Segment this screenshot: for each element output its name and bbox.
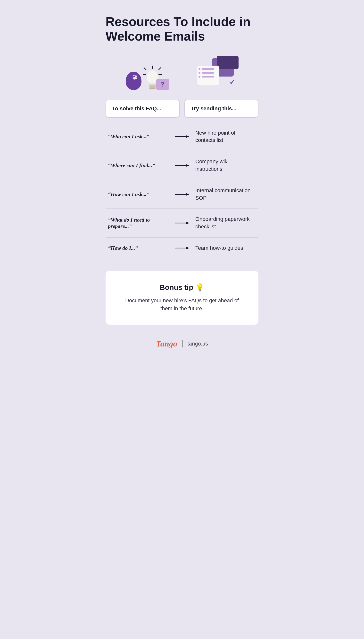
- arrow-col-4: [172, 221, 192, 226]
- dot-3: [198, 76, 200, 78]
- doc-line-1: [198, 68, 214, 70]
- arrow-icon-5: [175, 246, 189, 251]
- svg-marker-3: [186, 164, 189, 167]
- right-column-header: Try sending this...: [184, 100, 258, 118]
- faq-text-5: “How do I...”: [108, 245, 169, 251]
- arrow-col-1: [172, 134, 192, 139]
- svg-marker-5: [186, 193, 189, 196]
- faq-text-3: “How can I ask...”: [108, 191, 169, 197]
- ray-tr: [158, 67, 161, 70]
- left-header-text: To solve this FAQ...: [112, 105, 161, 112]
- svg-marker-1: [186, 135, 189, 138]
- footer-divider: [182, 340, 183, 347]
- line-bar-3: [202, 76, 214, 78]
- gear-icon: [129, 72, 138, 81]
- right-illustration: ✓: [195, 56, 238, 90]
- arrow-col-5: [172, 246, 192, 251]
- content-row-1: “Who can I ask...” New hire point of con…: [106, 122, 258, 151]
- checkmark-icon: ✓: [229, 78, 235, 86]
- content-row-2: “Where can I find...” Company wiki instr…: [106, 151, 258, 180]
- head-gear-graphic: [126, 68, 145, 90]
- bonus-text: Document your new hire’s FAQs to get ahe…: [120, 296, 244, 312]
- svg-marker-7: [186, 222, 189, 225]
- ray-top: [152, 66, 153, 69]
- bulb-base2: [149, 87, 155, 89]
- resource-text-2: Company wiki instructions: [195, 158, 256, 173]
- bonus-tip-box: Bonus tip 💡 Document your new hire’s FAQ…: [106, 271, 258, 325]
- content-rows: “Who can I ask...” New hire point of con…: [106, 122, 258, 259]
- dot-1: [198, 68, 200, 70]
- faq-text-2: “Where can I find...”: [108, 162, 169, 169]
- content-row-4: “What do I need to prepare...” Onboardin…: [106, 209, 258, 238]
- arrow-icon-2: [175, 163, 189, 168]
- bonus-title: Bonus tip 💡: [120, 283, 244, 292]
- resource-text-5: Team how-to guides: [195, 245, 256, 252]
- resource-text-1: New hire point of contacts list: [195, 129, 256, 144]
- arrow-icon-3: [175, 192, 189, 197]
- line-bar-2: [202, 72, 214, 74]
- left-column-header: To solve this FAQ...: [106, 100, 180, 118]
- dot-2: [198, 72, 200, 74]
- footer: Tango tango.us: [106, 339, 258, 348]
- right-header-text: Try sending this...: [191, 105, 236, 112]
- illustration-row: ? ✓: [106, 56, 258, 90]
- doc-dark: [217, 56, 238, 69]
- table-header-row: To solve this FAQ... Try sending this...: [106, 100, 258, 118]
- faq-text-1: “Who can I ask...”: [108, 133, 169, 140]
- resource-text-4: Onboarding paperwork checklist: [195, 216, 256, 231]
- left-illustration: ?: [126, 56, 170, 90]
- resource-text-3: Internal communication SOP: [195, 187, 256, 202]
- tango-url: tango.us: [188, 341, 208, 347]
- tango-brand-logo: Tango: [156, 339, 178, 348]
- arrow-col-3: [172, 192, 192, 197]
- line-bar-1: [202, 68, 214, 70]
- doc-line-2: [198, 72, 214, 74]
- doc-line-3: [198, 76, 214, 78]
- ray-l: [143, 74, 146, 75]
- arrow-icon-4: [175, 221, 189, 226]
- page-title: Resources To Include in Welcome Emails: [106, 15, 258, 44]
- question-box: ?: [156, 79, 170, 90]
- faq-text-4: “What do I need to prepare...”: [108, 217, 169, 229]
- bulb-base: [149, 85, 156, 87]
- doc-lines: [198, 68, 214, 78]
- arrow-icon-1: [175, 134, 189, 139]
- svg-marker-9: [186, 247, 189, 250]
- ray-tl: [144, 67, 146, 70]
- content-row-5: “How do I...” Team how-to guides: [106, 238, 258, 259]
- content-row-3: “How can I ask...” Internal communicatio…: [106, 180, 258, 209]
- arrow-col-2: [172, 163, 192, 168]
- ray-r: [158, 74, 162, 75]
